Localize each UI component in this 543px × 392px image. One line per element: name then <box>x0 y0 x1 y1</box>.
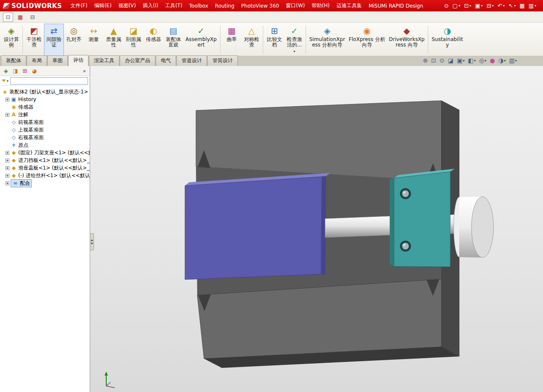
ribbon-assembly-visualization-button[interactable]: ▤ 装配体直观 <box>163 24 183 56</box>
tree-item-mates[interactable]: ∞ 配合 <box>0 179 90 187</box>
configurationmanager-tab[interactable]: ⊞ <box>22 68 27 74</box>
bolt-head <box>402 190 409 197</box>
task-pane-button[interactable]: ▥▾ <box>529 3 536 8</box>
panel-splitter-handle[interactable] <box>90 233 94 250</box>
slide-block-front <box>185 176 326 280</box>
tree-item-assembly-root[interactable]: ◈ 装配体2 (默认<默认_显示状态-1> <box>0 88 90 96</box>
expander-icon[interactable] <box>6 151 9 155</box>
menu-maidi-toolkit[interactable]: 迈迪工具集 <box>333 0 365 12</box>
ribbon-design-study-button[interactable]: ◈ 设计算例 <box>1 24 21 56</box>
button-label: 传感器 <box>145 37 162 42</box>
expander-icon[interactable] <box>6 181 9 185</box>
macro-preview-button[interactable]: ⊟ <box>28 13 38 22</box>
menu-misumi-rapid-design[interactable]: MiSUMi RAPID Design <box>365 0 427 11</box>
ribbon-simulationxpress-button[interactable]: ◈ SimulationXpress 分析向导 <box>307 24 347 56</box>
tree-item-part-tool-post-support[interactable]: ◆ (固定) 刀架支座<1> (默认<<默 <box>0 149 90 156</box>
panel-more-chevron[interactable]: » <box>83 68 86 74</box>
tree-filter-input[interactable] <box>10 77 88 85</box>
design-study-icon: ◈ <box>8 26 14 36</box>
clearance-verification-icon: ⇄ <box>50 26 58 36</box>
ribbon-section-properties-button[interactable]: ◪ 剖面属性 <box>124 24 143 56</box>
ribbon-assemblyxpert-button[interactable]: ✓ AssemblyXpert <box>183 24 219 56</box>
filter-button[interactable]: ▾ <box>2 79 8 83</box>
tree-item-annotations[interactable]: A 注解 <box>0 111 90 118</box>
ribbon-sustainability-button[interactable]: ◑ Sustainability <box>430 24 465 56</box>
menu-view[interactable]: 视图(V) <box>115 0 140 12</box>
tab-electrical[interactable]: 电气 <box>156 55 176 66</box>
edit-appearance-button[interactable]: ● <box>490 58 495 64</box>
menu-edit[interactable]: 编辑(E) <box>91 0 115 12</box>
part-icon: ◆ <box>11 157 17 163</box>
tab-assembly[interactable]: 装配体 <box>1 55 26 66</box>
featuremanager-tab[interactable]: ◈ <box>4 68 8 74</box>
tab-evaluate[interactable]: 评估 <box>68 55 88 66</box>
ribbon-mass-properties-button[interactable]: ▲ 质量属性 <box>104 24 124 56</box>
tree-item-part-feed-baffle[interactable]: ◆ 进刀挡板<1> (默认<<默认>_显 <box>0 156 90 164</box>
tab-office-products[interactable]: 办公室产品 <box>120 55 155 66</box>
quick-access-toolbar: ⊙ ▢▾ ⊡▾ ▣▾ ⊟▾ ↶▾ ↖▾ ▦ ▥▾ <box>444 3 543 8</box>
hole-alignment-icon: ◎ <box>70 26 77 36</box>
ribbon-measure-button[interactable]: ↔ 测量 <box>84 24 104 56</box>
displaymanager-tab[interactable]: ◕ <box>32 68 36 74</box>
print-button[interactable]: ⊟▾ <box>487 3 494 8</box>
tab-piping[interactable]: 管道设计 <box>176 55 207 66</box>
section-view-button[interactable]: ◪ <box>448 58 453 64</box>
new-document-button[interactable]: ▢▾ <box>452 3 460 8</box>
resources-button[interactable]: ▦ <box>519 3 524 8</box>
ribbon-driveworksxpress-button[interactable]: ◆ DriveWorksXpress 向导 <box>387 24 427 56</box>
chevron-up-icon <box>91 239 93 241</box>
view-orientation-button[interactable]: ▣▾ <box>457 58 465 64</box>
select-button[interactable]: ↖▾ <box>508 3 515 8</box>
tree-item-origin[interactable]: + 原点 <box>0 141 90 149</box>
ribbon-curvature-button[interactable]: ▦ 曲率 <box>222 24 242 56</box>
menu-tools[interactable]: 工具(T) <box>162 0 186 12</box>
tree-item-part-feed-screw[interactable]: ◆ (-) 进给丝杆<1> (默认<<默认> <box>0 172 90 179</box>
menu-toolbox[interactable]: Toolbox <box>186 0 212 11</box>
open-button[interactable]: ⊡▾ <box>464 3 471 8</box>
expander-icon[interactable] <box>6 98 9 101</box>
tree-item-top-plane[interactable]: ◇ 上视基准面 <box>0 126 90 134</box>
hide-show-items-button[interactable]: ◎▾ <box>479 58 486 64</box>
apply-scene-button[interactable]: ◑▾ <box>499 58 506 64</box>
macro-palette-button[interactable]: ▦ <box>15 13 25 22</box>
menu-photoview-360[interactable]: PhotoView 360 <box>238 0 282 11</box>
tab-render-tools[interactable]: 渲染工具 <box>89 55 119 66</box>
display-style-button[interactable]: ◧▾ <box>468 58 476 64</box>
tab-layout[interactable]: 布局 <box>27 55 47 66</box>
tab-tubing[interactable]: 管筒设计 <box>207 55 238 66</box>
ribbon-sensors-button[interactable]: ◐ 传感器 <box>143 24 163 56</box>
ribbon-floxpress-button[interactable]: ◉ FloXpress 分析向导 <box>347 24 387 56</box>
tree-item-sensors[interactable]: ◉ 传感器 <box>0 103 90 111</box>
magnified-selection-button[interactable]: ⊙ <box>440 58 445 64</box>
menu-routing[interactable]: Routing <box>212 0 238 11</box>
ribbon-interference-detection-button[interactable]: ◩ 干涉检查 <box>24 24 44 56</box>
tree-item-part-slide-cover[interactable]: ◆ 滑座盖板<1> (默认<<默认>_显 <box>0 164 90 172</box>
zoom-to-fit-button[interactable]: ⊕ <box>423 58 428 64</box>
menu-insert[interactable]: 插入(I) <box>139 0 162 12</box>
expander-icon[interactable] <box>6 166 9 170</box>
menu-window[interactable]: 窗口(W) <box>282 0 308 12</box>
expander-icon[interactable] <box>6 113 9 117</box>
ribbon-symmetry-check-button[interactable]: △ 对称检查 <box>242 24 262 56</box>
menu-help[interactable]: 帮助(H) <box>309 0 333 12</box>
tree-item-front-plane[interactable]: ◇ 前视基准面 <box>0 118 90 126</box>
expander-icon[interactable] <box>6 159 9 162</box>
ribbon-clearance-verification-button[interactable]: ⇄ 间隙验证 <box>44 24 64 56</box>
save-icon: ▣ <box>475 3 480 8</box>
ribbon-check-active-document-button[interactable]: ✓ 检查激活的... ▾ <box>284 24 304 56</box>
undo-button[interactable]: ↶▾ <box>498 3 505 8</box>
expander-icon[interactable] <box>6 174 9 178</box>
ribbon-compare-documents-button[interactable]: ⊞ 比较文档 <box>265 24 284 56</box>
menu-file[interactable]: 文件(F) <box>67 0 91 12</box>
ribbon-hole-alignment-button[interactable]: ◎ 孔对齐 <box>64 24 84 56</box>
tree-item-history[interactable]: ▣ History <box>0 96 90 103</box>
tab-sketch[interactable]: 草图 <box>47 55 68 66</box>
save-button[interactable]: ▣▾ <box>475 3 482 8</box>
macro-capture-button[interactable]: ⊡ <box>3 13 13 22</box>
view-settings-button[interactable]: ▥▾ <box>509 58 517 64</box>
graphics-viewport[interactable] <box>90 66 543 392</box>
tree-item-right-plane[interactable]: ◇ 右视基准面 <box>0 134 90 141</box>
search-assistant-button[interactable]: ⊙ <box>444 3 449 8</box>
propertymanager-tab[interactable]: ◨ <box>13 68 18 74</box>
zoom-to-area-button[interactable]: ⊡ <box>431 58 436 64</box>
